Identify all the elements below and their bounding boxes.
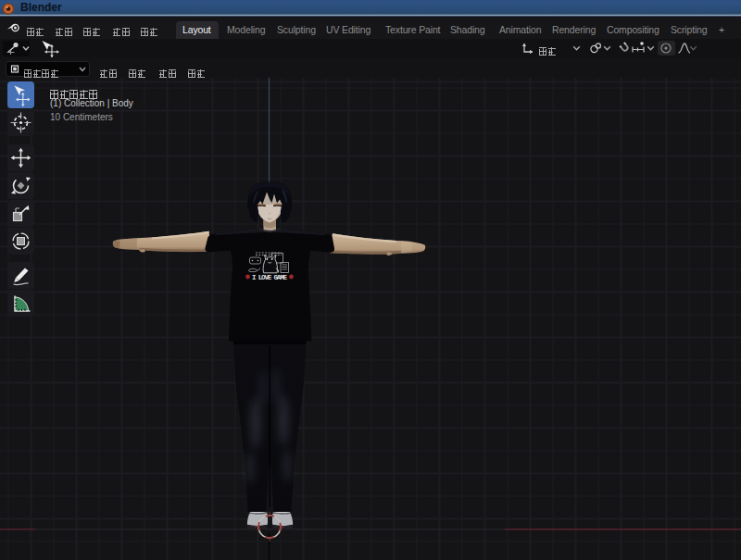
svg-text:I LOVE GAME: I LOVE GAME — [252, 274, 287, 281]
